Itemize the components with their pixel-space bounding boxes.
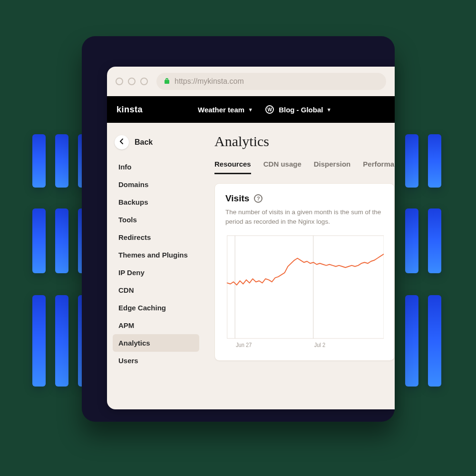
tab-performance[interactable]: Performance — [363, 160, 395, 174]
sidebar-item-label: Redirects — [118, 233, 151, 241]
decoration-bar — [405, 295, 418, 387]
sidebar-item-label: APM — [118, 321, 134, 329]
svg-text:Jun 27: Jun 27 — [236, 342, 252, 348]
decoration-bar — [428, 134, 441, 188]
wordpress-icon: W — [265, 105, 274, 114]
sidebar-item-label: Domains — [118, 180, 148, 188]
visits-title: Visits — [225, 193, 249, 204]
tab-cdn-usage[interactable]: CDN usage — [263, 160, 301, 174]
visits-description: The number of visits in a given month is… — [225, 208, 384, 226]
main-content: Analytics ResourcesCDN usageDispersionPe… — [205, 123, 395, 409]
team-dropdown[interactable]: Weather team ▾ — [198, 106, 252, 114]
sidebar-item-cdn[interactable]: CDN — [113, 281, 199, 299]
browser-chrome: https://mykinsta.com — [107, 67, 395, 96]
tab-resources[interactable]: Resources — [214, 160, 251, 174]
sidebar-item-domains[interactable]: Domains — [113, 176, 199, 193]
back-button[interactable] — [115, 135, 129, 149]
window-dot[interactable] — [116, 78, 123, 85]
chevron-down-icon: ▾ — [328, 107, 330, 113]
url-bar[interactable]: https://mykinsta.com — [156, 73, 386, 90]
team-dropdown-label: Weather team — [198, 106, 244, 114]
svg-rect-0 — [227, 236, 384, 338]
sidebar-item-label: Themes and Plugins — [118, 251, 188, 259]
decoration-bar — [55, 134, 68, 188]
sidebar-item-label: Info — [118, 163, 132, 171]
sidebar-item-label: Tools — [118, 216, 137, 224]
decoration-bar — [55, 295, 68, 387]
window-controls — [116, 78, 148, 85]
arrow-left-icon — [118, 138, 125, 147]
site-dropdown-label: Blog - Global — [279, 106, 323, 114]
sidebar-item-info[interactable]: Info — [113, 158, 199, 176]
app-topbar: kinsta Weather team ▾ W Blog - Global ▾ — [107, 96, 395, 123]
sidebar-item-label: Users — [118, 357, 138, 365]
sidebar-item-redirects[interactable]: Redirects — [113, 228, 199, 246]
sidebar: Back InfoDomainsBackupsToolsRedirectsThe… — [107, 123, 205, 409]
sidebar-item-edge-caching[interactable]: Edge Caching — [113, 299, 199, 317]
chevron-down-icon: ▾ — [249, 107, 252, 113]
decoration-bar — [32, 295, 46, 387]
sidebar-item-themes-and-plugins[interactable]: Themes and Plugins — [113, 246, 199, 264]
window-dot[interactable] — [140, 78, 148, 85]
decoration-bar — [405, 134, 418, 188]
sidebar-item-apm[interactable]: APM — [113, 317, 199, 334]
sidebar-item-label: Edge Caching — [118, 304, 166, 312]
visits-chart: Jun 27Jul 2 — [225, 233, 384, 352]
window-dot[interactable] — [128, 78, 136, 85]
logo[interactable]: kinsta — [117, 105, 143, 115]
decoration-bar — [32, 134, 46, 188]
svg-text:Jul 2: Jul 2 — [314, 342, 325, 348]
site-dropdown[interactable]: W Blog - Global ▾ — [265, 105, 330, 114]
sidebar-item-label: Backups — [118, 198, 148, 206]
sidebar-item-ip-deny[interactable]: IP Deny — [113, 264, 199, 281]
page-title: Analytics — [214, 133, 395, 149]
sidebar-item-users[interactable]: Users — [113, 352, 199, 369]
sidebar-item-backups[interactable]: Backups — [113, 193, 199, 211]
sidebar-item-label: IP Deny — [118, 268, 145, 277]
tab-dispersion[interactable]: Dispersion — [314, 160, 351, 174]
decoration-bar — [428, 208, 441, 273]
sidebar-item-label: Analytics — [118, 339, 150, 347]
decoration-bar — [405, 208, 418, 273]
sidebar-item-label: CDN — [118, 286, 134, 294]
visits-panel: Visits ? The number of visits in a given… — [214, 183, 395, 361]
decoration-bar — [428, 295, 441, 387]
browser-window: https://mykinsta.com kinsta Weather team… — [107, 67, 395, 409]
tabs: ResourcesCDN usageDispersionPerformance — [214, 160, 395, 175]
help-icon[interactable]: ? — [254, 194, 262, 203]
lock-icon — [164, 78, 170, 86]
sidebar-item-tools[interactable]: Tools — [113, 211, 199, 228]
decoration-bar — [55, 208, 68, 273]
sidebar-item-analytics[interactable]: Analytics — [113, 334, 199, 352]
url-text: https://mykinsta.com — [175, 77, 244, 86]
decoration-bar — [32, 208, 46, 273]
back-label: Back — [135, 138, 153, 147]
